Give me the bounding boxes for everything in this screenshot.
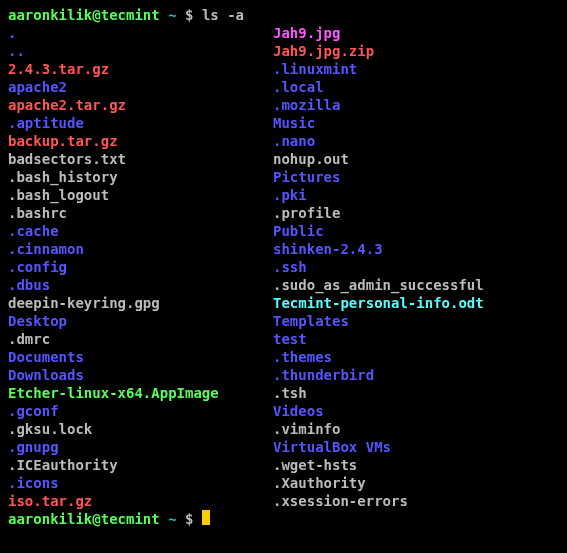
file-entry: .cinnamon (8, 240, 273, 258)
ls-row: .gksu.lock.viminfo (8, 420, 559, 438)
ls-output: .Jah9.jpg..Jah9.jpg.zip2.4.3.tar.gz.linu… (8, 24, 559, 510)
file-entry: .gnupg (8, 438, 273, 456)
file-entry: shinken-2.4.3 (273, 240, 383, 258)
file-entry: backup.tar.gz (8, 132, 273, 150)
ls-row: DesktopTemplates (8, 312, 559, 330)
file-entry: .ICEauthority (8, 456, 273, 474)
file-entry: Tecmint-personal-info.odt (273, 294, 484, 312)
ls-row: .ICEauthority.wget-hsts (8, 456, 559, 474)
ls-row: .icons.Xauthority (8, 474, 559, 492)
file-entry: .icons (8, 474, 273, 492)
file-entry: .dmrc (8, 330, 273, 348)
ls-row: deepin-keyring.gpgTecmint-personal-info.… (8, 294, 559, 312)
prompt-space (160, 510, 168, 528)
prompt-cwd: ~ (168, 6, 176, 24)
file-entry: Jah9.jpg.zip (273, 42, 374, 60)
ls-row: iso.tar.gz.xsession-errors (8, 492, 559, 510)
file-entry: .wget-hsts (273, 456, 357, 474)
file-entry: .local (273, 78, 324, 96)
prompt-dollar: $ (177, 510, 202, 528)
file-entry: .viminfo (273, 420, 340, 438)
file-entry: Documents (8, 348, 273, 366)
prompt-user: aaronkilik@tecmint (8, 6, 160, 24)
prompt-space (160, 6, 168, 24)
file-entry: 2.4.3.tar.gz (8, 60, 273, 78)
file-entry: badsectors.txt (8, 150, 273, 168)
file-entry: iso.tar.gz (8, 492, 273, 510)
file-entry: apache2 (8, 78, 273, 96)
file-entry: VirtualBox VMs (273, 438, 391, 456)
ls-row: .cinnamonshinken-2.4.3 (8, 240, 559, 258)
file-entry: .linuxmint (273, 60, 357, 78)
ls-row: .gnupgVirtualBox VMs (8, 438, 559, 456)
file-entry: .xsession-errors (273, 492, 408, 510)
file-entry: Downloads (8, 366, 273, 384)
ls-row: backup.tar.gz.nano (8, 132, 559, 150)
file-entry: .bash_history (8, 168, 273, 186)
file-entry: .ssh (273, 258, 307, 276)
prompt-dollar: $ (177, 6, 202, 24)
file-entry: .tsh (273, 384, 307, 402)
file-entry: test (273, 330, 307, 348)
file-entry: .profile (273, 204, 340, 222)
file-entry: .config (8, 258, 273, 276)
ls-row: .dbus.sudo_as_admin_successful (8, 276, 559, 294)
file-entry: .bash_logout (8, 186, 273, 204)
file-entry: .. (8, 42, 273, 60)
file-entry: Jah9.jpg (273, 24, 340, 42)
ls-row: .bash_logout.pki (8, 186, 559, 204)
ls-row: .aptitudeMusic (8, 114, 559, 132)
prompt-line-1: aaronkilik@tecmint ~ $ ls -a (8, 6, 559, 24)
file-entry: .thunderbird (273, 366, 374, 384)
ls-row: apache2.local (8, 78, 559, 96)
file-entry: deepin-keyring.gpg (8, 294, 273, 312)
file-entry: Videos (273, 402, 324, 420)
ls-row: ..Jah9.jpg.zip (8, 42, 559, 60)
file-entry: Templates (273, 312, 349, 330)
ls-row: .cachePublic (8, 222, 559, 240)
file-entry: .mozilla (273, 96, 340, 114)
terminal[interactable]: aaronkilik@tecmint ~ $ ls -a .Jah9.jpg..… (0, 0, 567, 534)
ls-row: .dmrctest (8, 330, 559, 348)
file-entry: Public (273, 222, 324, 240)
prompt-user: aaronkilik@tecmint (8, 510, 160, 528)
file-entry: .nano (273, 132, 315, 150)
ls-row: apache2.tar.gz.mozilla (8, 96, 559, 114)
file-entry: .sudo_as_admin_successful (273, 276, 484, 294)
file-entry: . (8, 24, 273, 42)
file-entry: .gconf (8, 402, 273, 420)
file-entry: .bashrc (8, 204, 273, 222)
ls-row: Documents.themes (8, 348, 559, 366)
ls-row: Etcher-linux-x64.AppImage.tsh (8, 384, 559, 402)
ls-row: .bashrc.profile (8, 204, 559, 222)
command-text: ls -a (202, 6, 244, 24)
cursor[interactable] (202, 510, 210, 525)
file-entry: .cache (8, 222, 273, 240)
file-entry: .Xauthority (273, 474, 366, 492)
ls-row: .gconfVideos (8, 402, 559, 420)
file-entry: .aptitude (8, 114, 273, 132)
ls-row: .bash_historyPictures (8, 168, 559, 186)
file-entry: nohup.out (273, 150, 349, 168)
ls-row: .config.ssh (8, 258, 559, 276)
file-entry: .themes (273, 348, 332, 366)
prompt-cwd: ~ (168, 510, 176, 528)
ls-row: Downloads.thunderbird (8, 366, 559, 384)
prompt-line-2: aaronkilik@tecmint ~ $ (8, 510, 559, 528)
file-entry: .gksu.lock (8, 420, 273, 438)
file-entry: Desktop (8, 312, 273, 330)
file-entry: .pki (273, 186, 307, 204)
file-entry: Pictures (273, 168, 340, 186)
file-entry: Music (273, 114, 315, 132)
file-entry: Etcher-linux-x64.AppImage (8, 384, 273, 402)
file-entry: apache2.tar.gz (8, 96, 273, 114)
ls-row: .Jah9.jpg (8, 24, 559, 42)
ls-row: badsectors.txtnohup.out (8, 150, 559, 168)
ls-row: 2.4.3.tar.gz.linuxmint (8, 60, 559, 78)
file-entry: .dbus (8, 276, 273, 294)
